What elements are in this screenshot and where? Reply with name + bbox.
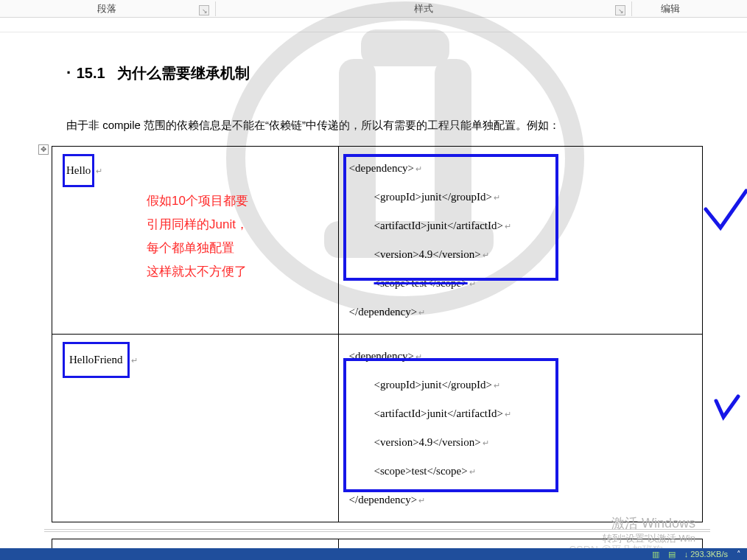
page-gutter-left: [0, 32, 44, 560]
dialog-launcher-icon[interactable]: ↘: [615, 5, 625, 15]
paragraph-mark-icon: ↵: [483, 251, 489, 259]
annotation-line: 假如10个项目都要: [147, 189, 248, 213]
annotation-line: 引用同样的Junit，: [147, 213, 248, 237]
book-icon[interactable]: ▥: [652, 550, 659, 559]
table-cell-left[interactable]: HelloFriend ↵: [52, 334, 339, 522]
ribbon-group-editing: 编辑: [634, 0, 707, 17]
paragraph-mark-icon: ↵: [415, 352, 422, 361]
paragraph-mark-icon: ↵: [494, 381, 500, 390]
network-rate-value: 293.3KB/s: [690, 550, 728, 559]
ribbon-separator: [631, 1, 632, 16]
paragraph-mark-icon: ↵: [131, 356, 138, 365]
code-line: <groupId>junit</groupId>: [374, 379, 493, 391]
annotation-line: 每个都单独配置: [147, 237, 248, 260]
ribbon-group-styles: 样式 ↘: [217, 0, 630, 17]
section-heading: · 15.1 为什么需要继承机制: [44, 37, 710, 91]
paragraph-mark-icon: ↵: [469, 279, 476, 288]
ribbon: 段落 ↘ 样式 ↘ 编辑: [0, 0, 747, 18]
paragraph-mark-icon: ↵: [505, 222, 511, 231]
code-line: <dependency>: [349, 162, 415, 174]
ribbon-label-editing: 编辑: [661, 2, 680, 15]
heading-number: 15.1: [77, 65, 105, 81]
intro-paragraph: 由于非 compile 范围的依赖信息是不能在“依赖链”中传递的，所以有需要的工…: [44, 91, 710, 141]
code-line: <artifactId>junit</artifactId>: [374, 220, 503, 231]
code-line: <dependency>: [349, 350, 415, 362]
annotation-line: 这样就太不方便了: [147, 260, 248, 284]
code-line: <groupId>junit</groupId>: [374, 191, 493, 203]
reading-icon[interactable]: ▤: [668, 550, 676, 559]
code-line-struck: <scope>test</scope>: [374, 277, 468, 289]
heading-text: 为什么需要继承机制: [117, 65, 250, 81]
cell-title: Hello: [66, 164, 91, 176]
ruler[interactable]: [0, 18, 747, 32]
table-row: Hello ↵ 假如10个项目都要 引用同样的Junit， 每个都单独配置 这样…: [52, 146, 703, 334]
table-cell-left[interactable]: Hello ↵ 假如10个项目都要 引用同样的Junit， 每个都单独配置 这样…: [52, 146, 339, 334]
table-cell-right[interactable]: <dependency>↵ <groupId>junit</groupId>↵ …: [338, 334, 702, 522]
table-move-handle-icon[interactable]: ✥: [38, 144, 49, 155]
paragraph-mark-icon: ↵: [469, 467, 476, 476]
highlight-box: Hello: [63, 154, 94, 187]
paragraph-mark-icon: ↵: [483, 438, 489, 447]
paragraph-mark-icon: ↵: [505, 410, 511, 419]
dialog-launcher-icon[interactable]: ↘: [199, 5, 209, 15]
highlight-box: HelloFriend: [63, 342, 130, 378]
paragraph-mark-icon: ↵: [494, 193, 500, 202]
page-break-indicator: [44, 527, 710, 534]
page-gutter-right: [710, 32, 747, 560]
cell-title: HelloFriend: [69, 354, 123, 365]
code-line: </dependency>: [349, 494, 418, 505]
code-line: </dependency>: [349, 306, 418, 318]
document-page: · 15.1 为什么需要继承机制 由于非 compile 范围的依赖信息是不能在…: [44, 37, 710, 560]
ribbon-label-styles: 样式: [414, 2, 433, 15]
annotation-note: 假如10个项目都要 引用同样的Junit， 每个都单独配置 这样就太不方便了: [147, 189, 248, 284]
intro-text: 由于非 compile 范围的依赖信息是不能在“依赖链”中传递的，所以有需要的工…: [66, 119, 560, 131]
network-rate: ↓ 293.3KB/s: [684, 550, 728, 559]
paragraph-mark-icon: ↵: [418, 496, 425, 505]
paragraph-mark-icon: ↵: [415, 164, 422, 173]
tray-chevron-icon[interactable]: ˄: [737, 550, 741, 559]
ribbon-separator: [215, 1, 216, 16]
table-row: HelloFriend ↵ <dependency>↵ <groupId>jun…: [52, 334, 703, 522]
code-line: <version>4.9</version>: [374, 436, 481, 448]
heading-bullet-icon: ·: [66, 63, 71, 82]
dependencies-table: Hello ↵ 假如10个项目都要 引用同样的Junit， 每个都单独配置 这样…: [52, 146, 703, 522]
code-line: <scope>test</scope>: [374, 465, 468, 477]
table-cell-right[interactable]: <dependency>↵ <groupId>junit</groupId>↵ …: [338, 146, 702, 334]
ribbon-group-paragraph: 段落 ↘: [0, 0, 214, 17]
taskbar[interactable]: ▥ ▤ ↓ 293.3KB/s ˄: [0, 548, 747, 560]
code-line: <version>4.9</version>: [374, 248, 481, 260]
paragraph-mark-icon: ↵: [96, 167, 102, 175]
code-line: <artifactId>junit</artifactId>: [374, 407, 503, 419]
ribbon-label-paragraph: 段落: [97, 2, 116, 15]
paragraph-mark-icon: ↵: [418, 308, 425, 317]
